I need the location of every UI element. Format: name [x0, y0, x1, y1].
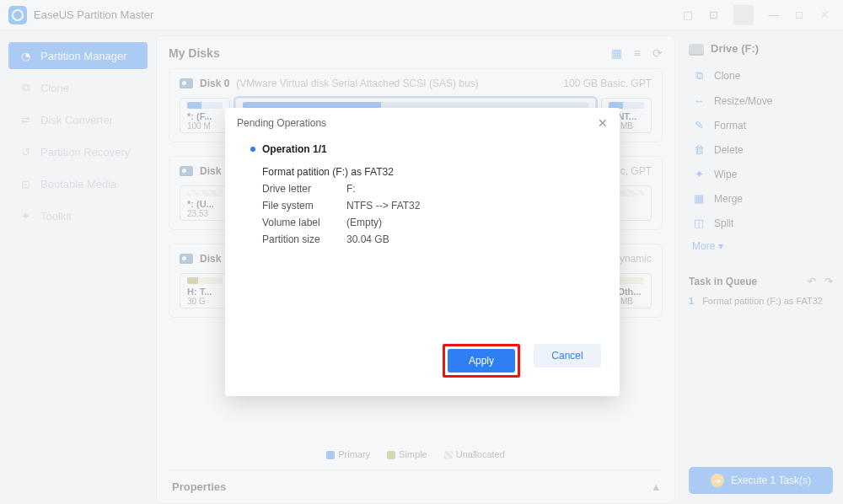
- pending-operations-modal: Pending Operations ✕ Operation 1/1 Forma…: [225, 108, 620, 396]
- apply-button[interactable]: Apply: [448, 349, 515, 373]
- bullet-icon: [250, 147, 255, 152]
- modal-title: Pending Operations: [237, 117, 326, 129]
- detail-row: Volume label(Empty): [250, 214, 594, 231]
- operation-header: Operation 1/1: [250, 143, 594, 155]
- detail-row: Partition size30.04 GB: [250, 231, 594, 248]
- apply-highlight: Apply: [443, 344, 520, 378]
- detail-row: Drive letterF:: [250, 180, 594, 197]
- close-icon[interactable]: ✕: [598, 116, 608, 130]
- cancel-button[interactable]: Cancel: [534, 344, 601, 367]
- operation-desc: Format patition (F:) as FAT32: [250, 164, 594, 180]
- detail-row: File systemNTFS --> FAT32: [250, 197, 594, 214]
